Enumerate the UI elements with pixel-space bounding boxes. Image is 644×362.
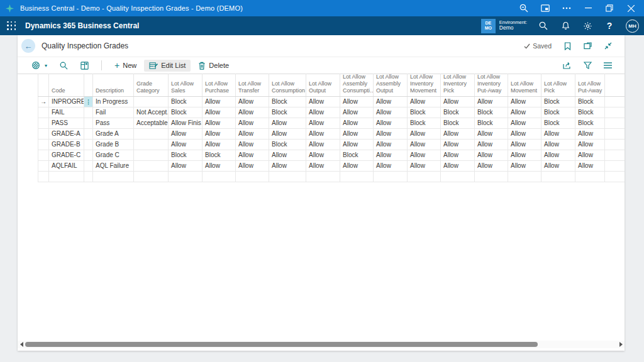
cell[interactable]: Allow: [541, 140, 575, 150]
row-menu[interactable]: [84, 129, 93, 139]
back-button[interactable]: ←: [21, 39, 35, 53]
cell[interactable]: Allow: [306, 107, 340, 118]
settings-gear-icon[interactable]: [582, 20, 593, 31]
close-icon[interactable]: [620, 0, 641, 16]
row-menu[interactable]: ⋮: [84, 97, 93, 107]
cell[interactable]: GRADE-B: [49, 140, 84, 150]
cell[interactable]: [134, 97, 169, 107]
scroll-left-icon[interactable]: [18, 341, 25, 348]
cell[interactable]: [236, 172, 269, 182]
cell[interactable]: INPROGRE…: [49, 97, 84, 107]
cell[interactable]: Allow: [374, 97, 408, 107]
help-icon[interactable]: ?: [604, 20, 615, 31]
cell[interactable]: [134, 161, 169, 171]
cell[interactable]: [134, 150, 169, 160]
cell[interactable]: Allow: [374, 107, 408, 118]
cell[interactable]: FAIL: [49, 107, 84, 118]
cell[interactable]: Block: [441, 118, 475, 128]
cell[interactable]: Allow: [475, 161, 508, 171]
column-header[interactable]: Lot Allow Inventory Movement: [408, 74, 441, 96]
column-header[interactable]: Lot Allow Pick: [541, 74, 575, 96]
cell[interactable]: Allow: [541, 161, 575, 171]
row-selector[interactable]: [38, 161, 49, 171]
cell[interactable]: Allow: [306, 118, 340, 128]
cell[interactable]: Fail: [93, 107, 134, 118]
cell[interactable]: Allow: [203, 161, 236, 171]
column-header[interactable]: Lot Allow Transfer: [236, 74, 269, 96]
filter-icon[interactable]: [584, 62, 592, 69]
cell[interactable]: Allow: [575, 140, 605, 150]
column-header[interactable]: Description: [93, 74, 134, 96]
scroll-right-icon[interactable]: [617, 341, 625, 348]
cell[interactable]: [374, 172, 408, 182]
cell[interactable]: [340, 172, 374, 182]
cell[interactable]: Allow Finis…: [169, 118, 203, 128]
cell[interactable]: Allow: [203, 118, 236, 128]
row-selector[interactable]: [38, 129, 49, 139]
cell[interactable]: Block: [169, 107, 203, 118]
cell[interactable]: [408, 172, 441, 182]
scrollbar-track[interactable]: [25, 341, 617, 348]
row-menu[interactable]: [84, 150, 93, 160]
cell[interactable]: [541, 172, 575, 182]
horizontal-scrollbar[interactable]: [18, 341, 625, 348]
row-menu[interactable]: [84, 118, 93, 128]
cell[interactable]: Block: [541, 118, 575, 128]
row-selector[interactable]: [38, 172, 49, 182]
cell[interactable]: [306, 172, 340, 182]
column-header[interactable]: Lot Allow Consumption: [269, 74, 306, 96]
row-menu-header[interactable]: [84, 74, 93, 96]
cell[interactable]: Allow: [575, 150, 605, 160]
cell[interactable]: Allow: [441, 140, 475, 150]
cell[interactable]: Block: [541, 97, 575, 107]
cell[interactable]: Allow: [269, 150, 306, 160]
column-header[interactable]: Lot Allow Assembly Consumpti…: [340, 74, 374, 96]
cell[interactable]: PASS: [49, 118, 84, 128]
cell[interactable]: Allow: [374, 161, 408, 171]
cell[interactable]: Allow: [508, 97, 541, 107]
cell[interactable]: Grade B: [93, 140, 134, 150]
bookmark-icon[interactable]: [564, 42, 571, 50]
cell[interactable]: Allow: [508, 107, 541, 118]
menu-icon[interactable]: [604, 62, 612, 69]
cell[interactable]: Allow: [508, 140, 541, 150]
cell[interactable]: Allow: [169, 161, 203, 171]
cell[interactable]: Allow: [236, 97, 269, 107]
cell[interactable]: Allow: [236, 150, 269, 160]
cell[interactable]: Allow: [236, 118, 269, 128]
cell[interactable]: Allow: [508, 129, 541, 139]
column-header[interactable]: Code: [49, 74, 84, 96]
cell[interactable]: Grade A: [93, 129, 134, 139]
cell[interactable]: Allow: [374, 150, 408, 160]
cell[interactable]: [575, 172, 605, 182]
share-icon[interactable]: [563, 62, 572, 69]
cell[interactable]: Not Accept…: [134, 107, 169, 118]
cell[interactable]: Block: [169, 97, 203, 107]
cell[interactable]: Allow: [541, 150, 575, 160]
cell[interactable]: Allow: [340, 118, 374, 128]
cell[interactable]: Allow: [340, 97, 374, 107]
cell[interactable]: Pass: [93, 118, 134, 128]
cell[interactable]: Allow: [575, 161, 605, 171]
cell[interactable]: Allow: [374, 140, 408, 150]
cell[interactable]: Block: [340, 150, 374, 160]
cell[interactable]: Allow: [203, 140, 236, 150]
scrollbar-thumb[interactable]: [25, 342, 538, 347]
cell[interactable]: Allow: [340, 107, 374, 118]
minimize-icon[interactable]: [577, 0, 599, 16]
cell[interactable]: [269, 172, 306, 182]
cell[interactable]: Allow: [441, 161, 475, 171]
cell[interactable]: Allow: [269, 129, 306, 139]
cell[interactable]: Allow: [203, 129, 236, 139]
cell[interactable]: Allow: [408, 150, 441, 160]
new-button[interactable]: +New: [109, 59, 142, 72]
cell[interactable]: Allow: [169, 129, 203, 139]
cell[interactable]: [475, 172, 508, 182]
delete-button[interactable]: Delete: [193, 60, 234, 72]
cell[interactable]: Block: [475, 118, 508, 128]
cell[interactable]: Acceptable: [134, 118, 169, 128]
cell[interactable]: [49, 172, 84, 182]
cell[interactable]: Allow: [269, 161, 306, 171]
cell[interactable]: Allow: [306, 150, 340, 160]
cell[interactable]: GRADE-C: [49, 150, 84, 160]
